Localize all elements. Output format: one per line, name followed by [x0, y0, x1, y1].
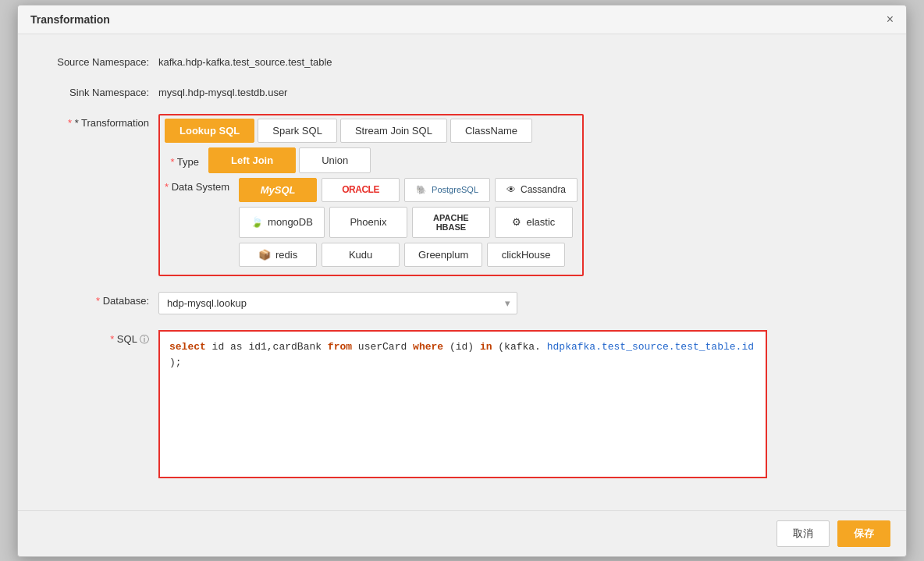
- datasys-mysql[interactable]: MySQL: [239, 178, 317, 202]
- datasys-elastic[interactable]: ⚙ elastic: [495, 207, 573, 238]
- mongodb-label: mongoDB: [268, 216, 313, 228]
- database-value: hdp-mysql.lookup: [159, 293, 499, 314]
- cassandra-label: Cassandra: [521, 184, 566, 195]
- database-label: * Database:: [49, 292, 158, 307]
- redis-icon: 📦: [258, 249, 271, 261]
- source-value: kafka.hdp-kafka.test_source.test_table: [158, 53, 332, 68]
- dropdown-arrow-icon: ▾: [499, 297, 517, 309]
- sql-kw-from: from: [328, 339, 358, 356]
- mongodb-icon: 🍃: [251, 216, 263, 228]
- sql-paren-open: (kafka.: [498, 339, 546, 356]
- source-namespace-row: Source Namespace: kafka.hdp-kafka.test_s…: [49, 53, 875, 68]
- transformation-dialog: Transformation × Source Namespace: kafka…: [17, 5, 907, 557]
- datasys-mongodb[interactable]: 🍃 mongoDB: [239, 207, 325, 238]
- sql-content: select id as id1,cardBank from userCard …: [169, 339, 756, 372]
- cancel-button[interactable]: 取消: [777, 520, 830, 547]
- datasys-kudu[interactable]: Kudu: [322, 243, 400, 267]
- sink-label: Sink Namespace:: [49, 83, 158, 98]
- sql-help-icon: ⓘ: [140, 334, 149, 345]
- sql-ref: hdpkafka.test_source.test_table.id: [547, 339, 754, 356]
- type-row-inner: * Type Left Join Union: [165, 147, 578, 173]
- cassandra-icon: 👁: [506, 184, 516, 195]
- pg-label: PostgreSQL: [432, 185, 478, 194]
- dialog-header: Transformation ×: [18, 5, 906, 34]
- database-row: * Database: hdp-mysql.lookup ▾: [49, 292, 875, 314]
- sql-kw-in: in: [480, 339, 498, 356]
- oracle-icon: ORACLE: [342, 184, 379, 195]
- phoenix-label: Phoenix: [350, 216, 386, 228]
- type-label-inner: * Type: [165, 153, 208, 168]
- sql-kw-where: where: [413, 339, 450, 356]
- sql-id: id as id1,cardBank: [212, 339, 328, 356]
- required-star: *: [68, 117, 75, 129]
- mysql-icon: MySQL: [261, 184, 296, 196]
- transformation-label: * * Transformation: [49, 114, 158, 129]
- type-union[interactable]: Union: [299, 147, 371, 173]
- datasys-row-1: MySQL ORACLE 🐘 PostgreSQL 👁: [239, 178, 578, 202]
- sink-value: mysql.hdp-mysql.testdb.user: [158, 83, 287, 98]
- type-left-join[interactable]: Left Join: [208, 147, 296, 173]
- datasys-row-3: 📦 redis Kudu Greenplum clickHouse: [239, 243, 578, 267]
- source-label: Source Namespace:: [49, 53, 158, 68]
- tab-lookup-sql[interactable]: Lookup SQL: [165, 119, 254, 143]
- sql-label: * SQL ⓘ: [49, 330, 158, 346]
- dialog-body: Source Namespace: kafka.hdp-kafka.test_s…: [18, 34, 906, 556]
- tab-spark-sql[interactable]: Spark SQL: [258, 119, 337, 143]
- elastic-icon: ⚙: [512, 216, 521, 228]
- tab-classname[interactable]: ClassName: [450, 119, 532, 143]
- tab-stream-join-sql[interactable]: Stream Join SQL: [340, 119, 447, 143]
- transformation-redbox: Lookup SQL Spark SQL Stream Join SQL Cla…: [158, 114, 584, 276]
- sql-row: * SQL ⓘ select id as id1,cardBank from u…: [49, 330, 875, 478]
- dialog-footer: 取消 保存: [18, 510, 906, 556]
- greenplum-label: Greenplum: [418, 249, 468, 261]
- datasys-cassandra[interactable]: 👁 Cassandra: [495, 178, 578, 202]
- datasys-row-outer: * Data System MySQL ORACLE 🐘: [165, 178, 578, 272]
- database-input-wrapper[interactable]: hdp-mysql.lookup ▾: [158, 292, 517, 314]
- kudu-label: Kudu: [349, 249, 372, 261]
- elastic-label: elastic: [526, 216, 555, 228]
- datasys-postgresql[interactable]: 🐘 PostgreSQL: [404, 178, 490, 202]
- sql-editor[interactable]: select id as id1,cardBank from userCard …: [158, 330, 767, 478]
- close-button[interactable]: ×: [887, 13, 894, 26]
- save-button[interactable]: 保存: [837, 520, 890, 547]
- datasys-greenplum[interactable]: Greenplum: [404, 243, 482, 267]
- transformation-row: * * Transformation Lookup SQL Spark SQL …: [49, 114, 875, 276]
- datasys-grid: MySQL ORACLE 🐘 PostgreSQL 👁: [239, 178, 578, 272]
- sql-paren-close: );: [169, 355, 182, 371]
- sql-kw-select: select: [169, 339, 212, 356]
- transformation-tabs: Lookup SQL Spark SQL Stream Join SQL Cla…: [165, 119, 578, 143]
- datasys-row-2: 🍃 mongoDB Phoenix APACHEHBASE ⚙: [239, 207, 578, 238]
- datasys-redis[interactable]: 📦 redis: [239, 243, 317, 267]
- datasys-clickhouse[interactable]: clickHouse: [487, 243, 565, 267]
- datasys-hbase[interactable]: APACHEHBASE: [412, 207, 490, 238]
- sql-cond: (id): [450, 339, 480, 356]
- clickhouse-label: clickHouse: [502, 249, 551, 261]
- hbase-label: APACHEHBASE: [433, 213, 469, 232]
- pg-icon: 🐘: [416, 185, 427, 195]
- sql-table: userCard: [358, 339, 413, 356]
- type-group: Left Join Union: [208, 147, 371, 173]
- datasys-phoenix[interactable]: Phoenix: [329, 207, 407, 238]
- datasys-label-inner: * Data System: [165, 178, 239, 193]
- sink-namespace-row: Sink Namespace: mysql.hdp-mysql.testdb.u…: [49, 83, 875, 98]
- dialog-title: Transformation: [30, 13, 110, 26]
- datasys-oracle[interactable]: ORACLE: [322, 178, 400, 202]
- redis-label: redis: [275, 249, 297, 261]
